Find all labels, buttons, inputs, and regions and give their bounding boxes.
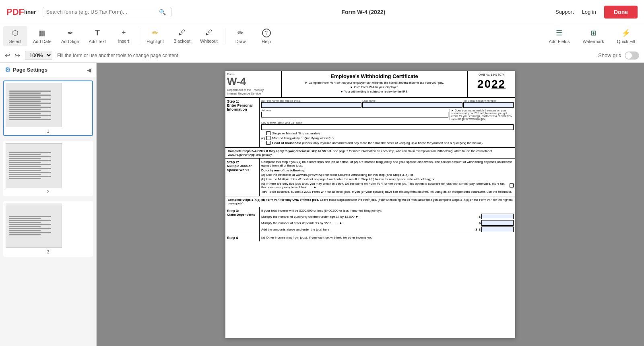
instruction2: ► Give Form W-4 to your employer. (284, 85, 464, 89)
firstname-input[interactable] (261, 102, 361, 108)
w4-form: Form W-4 Department of the Treasury Inte… (225, 71, 515, 338)
search-icon: 🔍 (159, 9, 166, 15)
statusbar: ↩ ↪ 100% 75% 125% 150% Fill the form or … (0, 48, 644, 63)
show-grid-label: Show grid (598, 52, 621, 58)
tool-whiteout[interactable]: 🖊 Whiteout (196, 26, 221, 46)
toolbar: ⬡ Select ▦ Add Date ✒ Add Sign T Add Tex… (0, 24, 644, 48)
step2-do-one: Do only one of the following. (261, 169, 514, 172)
ssn-input[interactable] (463, 102, 514, 108)
step3-label: Step 3: Claim Dependents (225, 207, 260, 234)
login-link[interactable]: Log in (582, 9, 596, 15)
tool-quick-fill[interactable]: ⚡ Quick Fill (611, 26, 641, 46)
step3-other-input[interactable] (481, 220, 514, 226)
tool-add-date[interactable]: ▦ Add Date (29, 26, 56, 46)
step3-section: Step 3: Claim Dependents If your total i… (225, 207, 515, 234)
sidebar-title: ⚙ Page Settings (5, 66, 47, 74)
tool-add-sign[interactable]: ✒ Add Sign (57, 26, 83, 46)
lastname-input[interactable] (362, 102, 462, 108)
redo-button[interactable]: ↪ (15, 51, 20, 59)
complete-34-note: Complete Steps 3–4(b) on Form W-4 for on… (225, 196, 515, 207)
step4-content: (a) Other income (not from jobs). If you… (260, 234, 515, 241)
form-left-header: Form W-4 Department of the Treasury Inte… (225, 71, 282, 97)
tool-insert[interactable]: + Insert (111, 26, 136, 46)
form-title: W-4 (227, 76, 279, 86)
tool-highlight[interactable]: ✏ Highlight (142, 26, 168, 46)
form-right-header: OMB No. 1545-0074 2022 (467, 71, 515, 97)
watermark-icon: ⊞ (590, 29, 597, 37)
instruction1: ► Complete Form W-4 so that your employe… (284, 81, 464, 84)
filing-head-checkbox[interactable] (266, 141, 270, 145)
step1-city-row: City or town, state, and ZIP code (261, 122, 514, 130)
step3-total-row: Add the amounts above and enter the tota… (261, 227, 514, 232)
tool-add-fields[interactable]: ☰ Add Fields (543, 26, 575, 46)
firstname-field: (a) First name and middle initial (261, 99, 361, 108)
add-fields-icon: ☰ (556, 29, 562, 37)
toolbar-divider-1 (139, 28, 139, 44)
tip-text: TIP: To be accurate, submit a 2022 Form … (261, 190, 514, 194)
page-list: 1 (0, 77, 96, 346)
logo-liner: liner (24, 9, 36, 15)
page-number-3: 3 (6, 249, 91, 254)
step3-income-note: If your total income will be $200,000 or… (261, 209, 514, 212)
address-field: Address (261, 109, 448, 120)
step2-content: Complete this step if you (1) hold more … (260, 159, 515, 196)
tool-select-label: Select (9, 39, 22, 44)
filing-status-c: (c) Single or Married filing separately … (261, 131, 514, 145)
instruction3: ► Your withholding is subject to review … (284, 90, 464, 93)
page-thumb-2[interactable]: 2 (3, 141, 93, 196)
filing-jointly-label: Married filing jointly or Qualifying wid… (272, 136, 334, 140)
toolbar-right: ☰ Add Fields ⊞ Watermark ⚡ Quick Fill (543, 26, 641, 46)
step4-a-text: (a) Other income (not from jobs). If you… (261, 236, 514, 239)
tool-highlight-label: Highlight (147, 39, 164, 44)
blackout-icon: 🖊 (178, 29, 186, 37)
filing-jointly-checkbox[interactable] (266, 136, 270, 140)
page-thumb-3[interactable]: 3 (3, 201, 93, 257)
city-input[interactable] (261, 124, 514, 130)
omb-text: OMB No. 1545-0074 (470, 73, 513, 76)
tool-draw-label: Draw (235, 39, 246, 44)
page-thumb-1[interactable]: 1 (3, 80, 93, 136)
filing-single-row: Single or Married filing separately (266, 131, 483, 135)
show-grid-toggle[interactable] (625, 51, 639, 60)
search-box[interactable]: 🔍 (43, 7, 171, 17)
insert-icon: + (122, 29, 126, 37)
tool-add-date-label: Add Date (33, 39, 52, 44)
add-text-icon: T (95, 28, 100, 37)
step3-total-input[interactable] (481, 227, 514, 232)
page-settings-icon: ⚙ (5, 66, 10, 74)
step2-c-checkbox[interactable] (510, 183, 514, 187)
step3-other-row: Multiply the number of other dependents … (261, 220, 514, 226)
status-text: Fill the form or use another tools to ch… (57, 53, 178, 58)
step2-section: Step 2: Multiple Jobs or Spouse Works Co… (225, 159, 515, 196)
logo-pdf: PDF (6, 7, 24, 17)
tool-help[interactable]: ? Help (254, 26, 279, 46)
address-input[interactable] (261, 112, 448, 117)
done-button[interactable]: Done (604, 6, 638, 19)
tool-blackout[interactable]: 🖊 Blackout (169, 26, 194, 46)
page-number-1: 1 (6, 129, 91, 134)
complete-note-text: Complete Steps 2–4 ONLY if they apply to… (228, 149, 492, 157)
step2-a: (a) Use the estimator at www.irs.gov/W4A… (261, 173, 514, 177)
tool-draw[interactable]: ✏ Draw (229, 26, 253, 46)
tool-watermark[interactable]: ⊞ Watermark (577, 26, 609, 46)
filing-single-checkbox[interactable] (266, 131, 270, 135)
tool-add-text-label: Add Text (89, 39, 106, 44)
step3-children-input[interactable] (481, 214, 514, 219)
sidebar-collapse-button[interactable]: ◀ (87, 67, 91, 73)
whiteout-icon: 🖊 (205, 29, 213, 37)
sidebar-header: ⚙ Page Settings ◀ (0, 63, 96, 77)
zoom-select[interactable]: 100% 75% 125% 150% (25, 51, 52, 60)
step1-content: (a) First name and middle initial Last n… (260, 98, 515, 147)
step4-label: Step 4 (225, 234, 260, 241)
form-year: 2022 (470, 78, 513, 91)
tool-add-text[interactable]: T Add Text (85, 26, 110, 46)
add-date-icon: ▦ (39, 29, 45, 37)
search-input[interactable] (46, 9, 159, 15)
filing-jointly-row: Married filing jointly or Qualifying wid… (266, 136, 483, 140)
tool-help-label: Help (262, 39, 271, 44)
tool-select[interactable]: ⬡ Select (3, 26, 27, 46)
main-title: Employee's Withholding Certificate (284, 73, 464, 79)
tool-insert-label: Insert (118, 39, 129, 43)
undo-button[interactable]: ↩ (5, 51, 10, 59)
support-link[interactable]: Support (555, 9, 574, 15)
